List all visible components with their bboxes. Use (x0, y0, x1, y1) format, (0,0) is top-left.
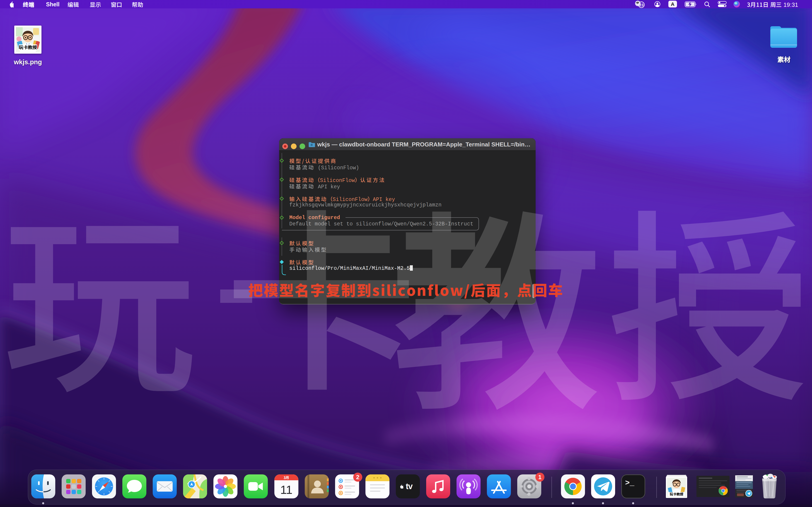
svg-text:>_: >_ (625, 479, 635, 487)
svg-text:23: 23 (639, 3, 644, 7)
svg-text:11: 11 (280, 483, 293, 496)
svg-text:tv: tv (406, 482, 413, 491)
svg-text:玩卡教授: 玩卡教授 (18, 44, 37, 51)
svg-text:玩卡教授: 玩卡教授 (670, 492, 683, 496)
svg-text:3月: 3月 (284, 475, 289, 480)
